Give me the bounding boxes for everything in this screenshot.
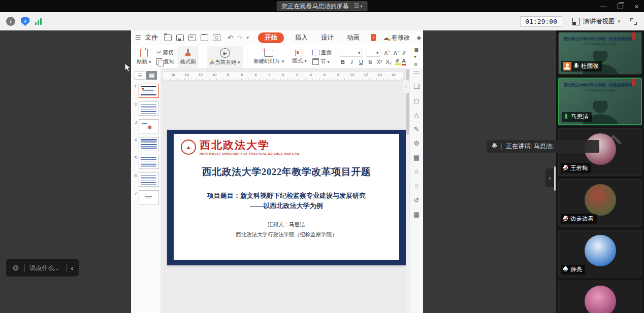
shrink-font-button[interactable]: A−: [394, 50, 399, 56]
save-icon[interactable]: [176, 34, 184, 41]
open-file-icon[interactable]: [164, 34, 172, 41]
more-tabs-button[interactable]: ›: [371, 34, 376, 41]
canvas-scrollbar[interactable]: [406, 68, 409, 313]
file-menu[interactable]: 文件: [145, 33, 158, 42]
slide-canvas[interactable]: 1614121086420246810121416 ▲ 西北政法大学 NORTH…: [160, 68, 406, 313]
slide-layout-button[interactable]: 版式 ▾: [289, 46, 309, 68]
person-plus-icon: ☻: [416, 34, 422, 41]
paste-button[interactable]: 粘贴 ▾: [134, 46, 153, 68]
edit-icon[interactable]: ✎: [410, 122, 423, 136]
thumbnail-preview: [139, 137, 159, 151]
participant-tile[interactable]: 西北政法大学行政法学院（纪检监察学院） 2022年教改项目开题会 2022年8月…: [558, 78, 642, 125]
print-preview-icon[interactable]: [213, 34, 220, 41]
banner-menu-icon[interactable]: ☰▾: [354, 3, 363, 10]
info-icon[interactable]: i: [6, 17, 15, 26]
collaborate-button[interactable]: ☻ 协作: [416, 33, 423, 42]
screen-share-banner[interactable]: 您正在观看马思洁的屏幕 ☰▾: [277, 1, 368, 11]
mic-muted-icon: [563, 165, 568, 171]
design-icon[interactable]: △: [410, 108, 423, 122]
slide-thumbnail[interactable]: 3: [133, 119, 159, 133]
slide-thumbnail[interactable]: 6: [133, 172, 159, 187]
cut-button[interactable]: ✂剪切: [156, 49, 174, 56]
slide-view-button[interactable]: [146, 71, 157, 80]
settings-icon[interactable]: ⚙: [410, 136, 423, 150]
play-from-current-button[interactable]: ▶ 从当前开始 ▾: [207, 46, 243, 68]
panel-scrollbar[interactable]: [554, 166, 556, 191]
slide-thumbnail[interactable]: 1: [133, 84, 159, 98]
effects-icon[interactable]: ☆: [410, 164, 423, 179]
shield-plus-icon[interactable]: +: [21, 17, 29, 26]
slide-thumbnail[interactable]: 4: [133, 137, 159, 151]
italic-button[interactable]: I: [349, 59, 355, 65]
avatar: [585, 286, 616, 313]
view-mode-dropdown[interactable]: 演讲者视图 ▾: [569, 16, 623, 27]
section-button[interactable]: 节 ▾: [312, 58, 332, 65]
highlight-color-button[interactable]: [395, 59, 398, 65]
chat-input-bar[interactable]: ☺ 说点什么... ‹: [6, 259, 79, 276]
divider: [66, 264, 67, 272]
font-family-select[interactable]: ▾: [340, 49, 362, 57]
undo-icon[interactable]: ↶: [228, 34, 233, 42]
history-icon[interactable]: ↺: [410, 193, 423, 207]
reset-button[interactable]: 重置: [312, 49, 332, 56]
panel-collapse-button[interactable]: ›: [545, 168, 554, 187]
thumbnail-preview: [139, 101, 159, 116]
university-name-cn: 西北政法大学: [200, 140, 300, 151]
adjust-icon[interactable]: ≡: [410, 179, 423, 193]
font-color-button[interactable]: A: [402, 58, 405, 65]
font-size-select[interactable]: ▾: [366, 49, 380, 57]
emoji-icon[interactable]: ☺: [12, 264, 20, 272]
ribbon-tab-design[interactable]: 设计: [319, 32, 336, 43]
slide-thumbnail[interactable]: 7: [133, 190, 159, 204]
export-icon[interactable]: [188, 34, 196, 41]
layers-icon[interactable]: ▤: [410, 150, 423, 164]
superscript-button[interactable]: X²: [376, 59, 382, 65]
outline-view-button[interactable]: [135, 71, 145, 80]
format-painter-button[interactable]: 格式刷: [177, 46, 199, 68]
ruler-tick: 12: [194, 73, 207, 77]
copy-button[interactable]: 复制: [156, 58, 174, 65]
bullets-button[interactable]: ≣ ▾: [414, 47, 420, 59]
subscript-button[interactable]: X₂: [385, 59, 391, 65]
section-icon: [312, 58, 319, 65]
new-slide-button[interactable]: 新建幻灯片 ▾: [251, 46, 286, 68]
shapes-icon[interactable]: ◻: [410, 93, 423, 108]
participant-tile[interactable]: 西北政法大学行政法学院（纪检监察学院） 2022年教改项目开题会 2022年8月…: [558, 32, 642, 75]
close-button[interactable]: ×: [634, 3, 639, 10]
fullscreen-icon[interactable]: [630, 18, 637, 25]
underline-button[interactable]: U: [358, 59, 364, 65]
sync-status[interactable]: ☁ 有修改: [383, 33, 410, 42]
mic-icon: [563, 114, 569, 120]
restore-button[interactable]: [618, 4, 623, 9]
chat-collapse-icon[interactable]: ‹: [71, 264, 73, 272]
ruler-tick: 14: [373, 73, 387, 77]
ribbon-tab-home[interactable]: 开始: [258, 32, 284, 43]
ribbon-tab-insert[interactable]: 插入: [293, 32, 310, 43]
slide-thumbnail[interactable]: 2: [133, 101, 159, 116]
current-slide[interactable]: ▲ 西北政法大学 NORTHWEST UNIVERSITY OF POLITIC…: [167, 130, 406, 265]
quickbar-dropdown-icon[interactable]: ▾: [246, 35, 249, 40]
thumbnail-number: 6: [133, 173, 137, 178]
participant-tile[interactable]: [558, 281, 642, 313]
participant-tile[interactable]: 边走边看: [558, 179, 642, 227]
redo-icon[interactable]: ↷: [237, 34, 243, 42]
panel-grip-icon[interactable]: [413, 71, 420, 72]
ribbon-expand-icon[interactable]: ›: [403, 80, 409, 93]
copy-icon: [156, 58, 162, 65]
grow-font-button[interactable]: A+: [384, 50, 390, 56]
thumbnail-number: 4: [133, 137, 137, 143]
ribbon-tab-animation[interactable]: 动画: [345, 32, 362, 43]
image-icon[interactable]: ▦: [410, 207, 423, 221]
participant-tile[interactable]: 薛亮: [558, 230, 642, 277]
app-menu-icon[interactable]: ☰: [135, 34, 141, 42]
slide-copy-icon[interactable]: ❏: [410, 79, 423, 93]
clear-format-icon[interactable]: [402, 51, 406, 55]
slide-thumbnail[interactable]: 5: [133, 155, 159, 169]
bold-button[interactable]: B: [340, 59, 345, 65]
minimize-button[interactable]: —: [600, 3, 606, 10]
chat-input[interactable]: 说点什么...: [29, 264, 61, 272]
print-icon[interactable]: [201, 34, 208, 41]
align-button[interactable]: ≡: [414, 61, 420, 67]
divider: [501, 143, 502, 150]
strikethrough-button[interactable]: S: [367, 59, 373, 65]
